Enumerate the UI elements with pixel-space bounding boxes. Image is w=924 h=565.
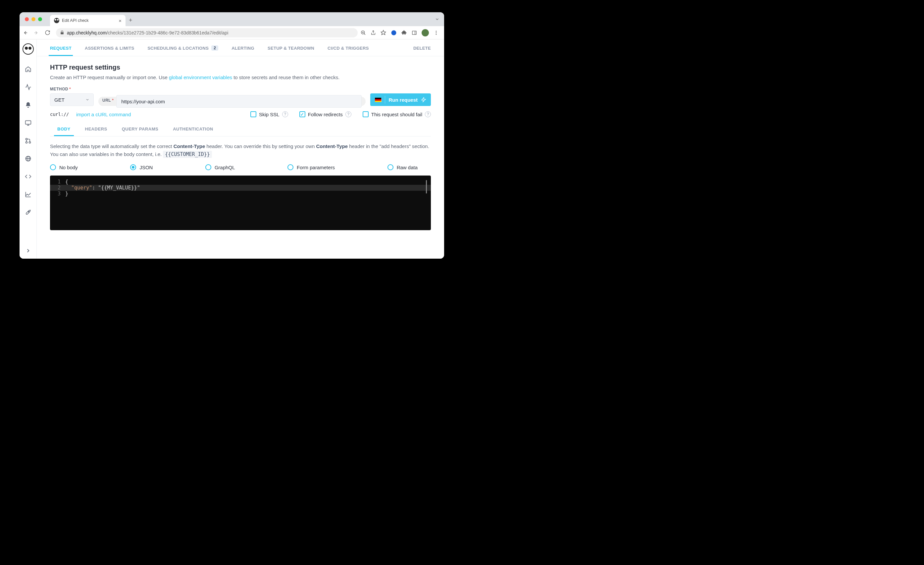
profile-avatar[interactable] <box>422 29 429 36</box>
follow-redirects-checkbox[interactable]: Follow redirects ? <box>299 111 351 117</box>
request-form-row: METHOD* GET URL* Run request <box>50 87 431 106</box>
options-row: curl:// import a cURL command Skip SSL ?… <box>50 111 431 117</box>
content: HTTP request settings Create an HTTP req… <box>37 56 444 230</box>
tab-assertions[interactable]: ASSERTIONS & LIMITS <box>85 46 134 56</box>
body-editor[interactable]: 1{ 2 "query": "{{MY_VALUE}}" 3} <box>50 175 431 230</box>
radio-no-body[interactable]: No body <box>50 164 78 170</box>
favicon-icon <box>54 18 59 23</box>
svg-point-17 <box>26 138 27 140</box>
import-curl-link[interactable]: import a cURL command <box>76 112 131 117</box>
browser-tab[interactable]: Edit API check × <box>50 15 126 26</box>
curl-label: curl:// <box>50 112 69 117</box>
sidebar-alerts-icon[interactable] <box>25 102 32 108</box>
subtab-headers[interactable]: HEADERS <box>84 126 109 136</box>
radio-json[interactable]: JSON <box>130 164 153 170</box>
skip-ssl-checkbox[interactable]: Skip SSL ? <box>250 111 288 117</box>
window-minimize[interactable] <box>32 17 35 21</box>
sidebar-git-icon[interactable] <box>25 138 32 144</box>
subtab-authentication[interactable]: AUTHENTICATION <box>171 126 214 136</box>
url-field-col: URL* <box>98 97 366 106</box>
url-text: app.checklyhq.com/checks/131e2725-1b29-4… <box>67 30 228 36</box>
svg-marker-7 <box>381 30 386 34</box>
help-icon[interactable]: ? <box>345 111 351 117</box>
body-description: Selecting the data type will automatical… <box>50 142 431 158</box>
subtab-query-params[interactable]: QUERY PARAMS <box>120 126 160 136</box>
nav-back-button[interactable] <box>22 30 31 36</box>
help-icon[interactable]: ? <box>282 111 288 117</box>
bookmark-icon[interactable] <box>381 30 386 36</box>
method-select[interactable]: GET <box>50 93 94 106</box>
sidebar-analytics-icon[interactable] <box>25 191 32 198</box>
sidebar-expand-icon[interactable] <box>25 247 32 254</box>
sidebar-code-icon[interactable] <box>25 173 32 180</box>
radio-raw[interactable]: Raw data <box>387 164 418 170</box>
nav-reload-button[interactable] <box>45 30 53 36</box>
url-field[interactable]: app.checklyhq.com/checks/131e2725-1b29-4… <box>56 28 358 37</box>
svg-rect-9 <box>412 31 416 34</box>
env-vars-link[interactable]: global environment variables <box>169 75 232 80</box>
browser-window: Edit API check × + app.checklyhq.com/che… <box>20 12 444 259</box>
svg-rect-14 <box>25 121 31 124</box>
scrollbar-thumb[interactable] <box>426 180 427 193</box>
titlebar: Edit API check × + <box>20 12 444 26</box>
address-bar: app.checklyhq.com/checks/131e2725-1b29-4… <box>20 26 444 39</box>
svg-point-18 <box>29 142 30 143</box>
new-tab-button[interactable]: + <box>129 17 132 24</box>
main-panel: REQUEST ASSERTIONS & LIMITS SCHEDULING &… <box>37 39 444 259</box>
svg-point-13 <box>436 34 437 35</box>
sidebar-globe-icon[interactable] <box>25 155 32 162</box>
subtab-body[interactable]: BODY <box>56 126 72 136</box>
tab-title: Edit API check <box>62 18 89 23</box>
tab-cicd[interactable]: CI/CD & TRIGGERS <box>327 46 369 56</box>
panel-icon[interactable] <box>412 30 417 36</box>
method-field: METHOD* GET <box>50 87 94 106</box>
method-label: METHOD* <box>50 87 94 91</box>
bolt-icon <box>421 97 426 102</box>
section-description: Create an HTTP request manually or impor… <box>50 75 431 80</box>
tab-setup-teardown[interactable]: SETUP & TEARDOWN <box>268 46 314 56</box>
window-maximize[interactable] <box>38 17 42 21</box>
body-tabs: BODY HEADERS QUERY PARAMS AUTHENTICATION <box>50 126 431 136</box>
zoom-icon[interactable] <box>360 30 366 36</box>
chevron-down-icon <box>86 98 89 102</box>
toolbar-right <box>360 29 441 36</box>
radio-form[interactable]: Form parameters <box>288 164 335 170</box>
tab-request[interactable]: REQUEST <box>50 46 72 56</box>
sidebar-rocket-icon[interactable] <box>25 209 32 216</box>
svg-marker-26 <box>422 97 426 102</box>
flag-de-icon <box>375 98 381 102</box>
share-icon[interactable] <box>370 30 376 36</box>
tab-delete[interactable]: DELETE <box>413 46 431 56</box>
tab-scheduling[interactable]: SCHEDULING & LOCATIONS2 <box>147 45 218 56</box>
radio-graphql[interactable]: GraphQL <box>206 164 235 170</box>
sidebar-monitor-icon[interactable] <box>25 120 32 126</box>
extension-1password-icon[interactable] <box>391 30 397 36</box>
extensions-icon[interactable] <box>401 30 407 36</box>
sidebar-home-icon[interactable] <box>25 66 32 72</box>
tabs-dropdown-icon[interactable] <box>435 17 440 21</box>
svg-line-3 <box>364 33 365 35</box>
help-icon[interactable]: ? <box>425 111 431 117</box>
svg-point-25 <box>28 211 29 212</box>
app-logo[interactable] <box>22 43 34 55</box>
sidebar <box>20 39 37 259</box>
nav-forward-button[interactable] <box>33 30 42 36</box>
section-title: HTTP request settings <box>50 64 431 71</box>
svg-point-11 <box>436 31 437 32</box>
url-input[interactable] <box>116 95 362 108</box>
check-tabs: REQUEST ASSERTIONS & LIMITS SCHEDULING &… <box>37 39 444 56</box>
svg-point-19 <box>26 142 27 143</box>
menu-icon[interactable] <box>434 30 439 36</box>
traffic-lights <box>20 17 42 21</box>
should-fail-checkbox[interactable]: This request should fail ? <box>363 111 431 117</box>
lock-icon <box>60 30 64 35</box>
app: REQUEST ASSERTIONS & LIMITS SCHEDULING &… <box>20 39 444 259</box>
run-request-button[interactable]: Run request <box>370 93 431 106</box>
tab-alerting[interactable]: ALERTING <box>231 46 254 56</box>
window-close[interactable] <box>25 17 29 21</box>
url-label: URL* <box>102 98 114 103</box>
svg-point-8 <box>392 30 396 35</box>
tab-close-icon[interactable]: × <box>118 18 122 23</box>
sidebar-activity-icon[interactable] <box>25 84 32 90</box>
svg-point-12 <box>436 32 437 33</box>
